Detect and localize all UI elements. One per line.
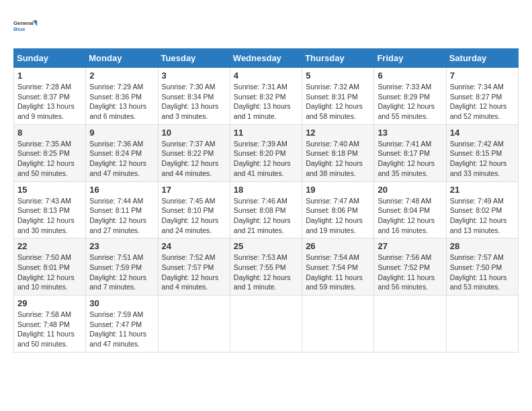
logo: GeneralBlue	[13, 13, 38, 38]
day-info: Sunrise: 7:31 AM Sunset: 8:32 PM Dayligh…	[234, 82, 298, 122]
day-number: 11	[234, 128, 298, 138]
day-info: Sunrise: 7:50 AM Sunset: 8:01 PM Dayligh…	[17, 253, 82, 292]
day-number: 13	[378, 128, 442, 138]
day-info: Sunrise: 7:45 AM Sunset: 8:10 PM Dayligh…	[162, 196, 226, 236]
week-row-0: 1Sunrise: 7:28 AM Sunset: 8:37 PM Daylig…	[14, 68, 519, 125]
day-info: Sunrise: 7:44 AM Sunset: 8:11 PM Dayligh…	[89, 196, 154, 236]
day-number: 21	[450, 185, 515, 195]
day-number: 9	[89, 128, 154, 138]
header-row: SundayMondayTuesdayWednesdayThursdayFrid…	[14, 49, 519, 68]
col-header-thursday: Thursday	[302, 49, 374, 68]
day-number: 27	[378, 241, 442, 251]
col-header-friday: Friday	[374, 49, 446, 68]
calendar-cell: 4Sunrise: 7:31 AM Sunset: 8:32 PM Daylig…	[230, 68, 302, 125]
day-number: 25	[234, 241, 298, 251]
day-number: 23	[89, 241, 154, 251]
day-info: Sunrise: 7:29 AM Sunset: 8:36 PM Dayligh…	[89, 82, 154, 122]
calendar-cell: 8Sunrise: 7:35 AM Sunset: 8:25 PM Daylig…	[14, 124, 86, 181]
day-info: Sunrise: 7:51 AM Sunset: 7:59 PM Dayligh…	[89, 253, 154, 292]
calendar-cell: 17Sunrise: 7:45 AM Sunset: 8:10 PM Dayli…	[158, 181, 230, 238]
day-info: Sunrise: 7:57 AM Sunset: 7:50 PM Dayligh…	[450, 253, 515, 292]
week-row-2: 15Sunrise: 7:43 AM Sunset: 8:13 PM Dayli…	[14, 181, 519, 238]
col-header-tuesday: Tuesday	[158, 49, 230, 68]
day-number: 4	[234, 71, 298, 81]
day-info: Sunrise: 7:59 AM Sunset: 7:47 PM Dayligh…	[89, 310, 154, 349]
calendar-cell: 18Sunrise: 7:46 AM Sunset: 8:08 PM Dayli…	[230, 181, 302, 238]
calendar-cell: 29Sunrise: 7:58 AM Sunset: 7:48 PM Dayli…	[14, 295, 86, 353]
day-info: Sunrise: 7:37 AM Sunset: 8:22 PM Dayligh…	[162, 139, 226, 179]
day-info: Sunrise: 7:32 AM Sunset: 8:31 PM Dayligh…	[306, 82, 370, 122]
calendar-cell: 5Sunrise: 7:32 AM Sunset: 8:31 PM Daylig…	[302, 68, 374, 125]
calendar-cell: 27Sunrise: 7:56 AM Sunset: 7:52 PM Dayli…	[374, 238, 446, 295]
calendar-cell	[158, 295, 230, 353]
day-info: Sunrise: 7:34 AM Sunset: 8:27 PM Dayligh…	[450, 82, 515, 122]
day-info: Sunrise: 7:28 AM Sunset: 8:37 PM Dayligh…	[17, 82, 82, 122]
calendar-cell: 19Sunrise: 7:47 AM Sunset: 8:06 PM Dayli…	[302, 181, 374, 238]
calendar-cell: 13Sunrise: 7:41 AM Sunset: 8:17 PM Dayli…	[374, 124, 446, 181]
day-info: Sunrise: 7:39 AM Sunset: 8:20 PM Dayligh…	[234, 139, 298, 179]
calendar-cell: 1Sunrise: 7:28 AM Sunset: 8:37 PM Daylig…	[14, 68, 86, 125]
calendar-cell: 28Sunrise: 7:57 AM Sunset: 7:50 PM Dayli…	[446, 238, 518, 295]
day-number: 19	[306, 185, 370, 195]
day-number: 8	[17, 128, 82, 138]
day-info: Sunrise: 7:48 AM Sunset: 8:04 PM Dayligh…	[378, 196, 442, 236]
col-header-sunday: Sunday	[14, 49, 86, 68]
day-info: Sunrise: 7:33 AM Sunset: 8:29 PM Dayligh…	[378, 82, 442, 122]
day-info: Sunrise: 7:49 AM Sunset: 8:02 PM Dayligh…	[450, 196, 515, 236]
day-info: Sunrise: 7:58 AM Sunset: 7:48 PM Dayligh…	[17, 310, 82, 349]
day-info: Sunrise: 7:43 AM Sunset: 8:13 PM Dayligh…	[17, 196, 82, 236]
calendar-cell: 24Sunrise: 7:52 AM Sunset: 7:57 PM Dayli…	[158, 238, 230, 295]
calendar-cell: 11Sunrise: 7:39 AM Sunset: 8:20 PM Dayli…	[230, 124, 302, 181]
day-info: Sunrise: 7:56 AM Sunset: 7:52 PM Dayligh…	[378, 253, 442, 292]
calendar-cell: 6Sunrise: 7:33 AM Sunset: 8:29 PM Daylig…	[374, 68, 446, 125]
week-row-1: 8Sunrise: 7:35 AM Sunset: 8:25 PM Daylig…	[14, 124, 519, 181]
day-number: 24	[162, 241, 226, 251]
day-number: 16	[89, 185, 154, 195]
calendar-cell: 20Sunrise: 7:48 AM Sunset: 8:04 PM Dayli…	[374, 181, 446, 238]
calendar-cell: 3Sunrise: 7:30 AM Sunset: 8:34 PM Daylig…	[158, 68, 230, 125]
week-row-4: 29Sunrise: 7:58 AM Sunset: 7:48 PM Dayli…	[14, 295, 519, 353]
calendar-cell: 26Sunrise: 7:54 AM Sunset: 7:54 PM Dayli…	[302, 238, 374, 295]
day-number: 18	[234, 185, 298, 195]
week-row-3: 22Sunrise: 7:50 AM Sunset: 8:01 PM Dayli…	[14, 238, 519, 295]
svg-text:Blue: Blue	[13, 26, 26, 32]
calendar-cell: 15Sunrise: 7:43 AM Sunset: 8:13 PM Dayli…	[14, 181, 86, 238]
svg-text:General: General	[13, 20, 34, 26]
calendar-cell: 23Sunrise: 7:51 AM Sunset: 7:59 PM Dayli…	[86, 238, 158, 295]
calendar-table: SundayMondayTuesdayWednesdayThursdayFrid…	[13, 48, 519, 353]
day-info: Sunrise: 7:46 AM Sunset: 8:08 PM Dayligh…	[234, 196, 298, 236]
day-info: Sunrise: 7:42 AM Sunset: 8:15 PM Dayligh…	[450, 139, 515, 179]
calendar-cell: 25Sunrise: 7:53 AM Sunset: 7:55 PM Dayli…	[230, 238, 302, 295]
day-info: Sunrise: 7:36 AM Sunset: 8:24 PM Dayligh…	[89, 139, 154, 179]
calendar-cell: 9Sunrise: 7:36 AM Sunset: 8:24 PM Daylig…	[86, 124, 158, 181]
day-number: 17	[162, 185, 226, 195]
day-number: 1	[17, 71, 82, 81]
day-info: Sunrise: 7:40 AM Sunset: 8:18 PM Dayligh…	[306, 139, 370, 179]
day-number: 7	[450, 71, 515, 81]
calendar-cell: 30Sunrise: 7:59 AM Sunset: 7:47 PM Dayli…	[86, 295, 158, 353]
day-number: 3	[162, 71, 226, 81]
logo-icon: GeneralBlue	[13, 13, 38, 38]
day-info: Sunrise: 7:30 AM Sunset: 8:34 PM Dayligh…	[162, 82, 226, 122]
calendar-cell: 2Sunrise: 7:29 AM Sunset: 8:36 PM Daylig…	[86, 68, 158, 125]
day-number: 14	[450, 128, 515, 138]
calendar-cell	[446, 295, 518, 353]
calendar-cell: 12Sunrise: 7:40 AM Sunset: 8:18 PM Dayli…	[302, 124, 374, 181]
page-header: GeneralBlue	[13, 13, 519, 38]
day-number: 6	[378, 71, 442, 81]
calendar-cell: 21Sunrise: 7:49 AM Sunset: 8:02 PM Dayli…	[446, 181, 518, 238]
day-info: Sunrise: 7:47 AM Sunset: 8:06 PM Dayligh…	[306, 196, 370, 236]
day-info: Sunrise: 7:53 AM Sunset: 7:55 PM Dayligh…	[234, 253, 298, 292]
day-info: Sunrise: 7:41 AM Sunset: 8:17 PM Dayligh…	[378, 139, 442, 179]
calendar-cell: 14Sunrise: 7:42 AM Sunset: 8:15 PM Dayli…	[446, 124, 518, 181]
day-number: 12	[306, 128, 370, 138]
day-number: 10	[162, 128, 226, 138]
calendar-cell	[374, 295, 446, 353]
day-number: 20	[378, 185, 442, 195]
day-number: 28	[450, 241, 515, 251]
day-number: 30	[89, 298, 154, 308]
day-number: 26	[306, 241, 370, 251]
calendar-cell	[230, 295, 302, 353]
day-info: Sunrise: 7:54 AM Sunset: 7:54 PM Dayligh…	[306, 253, 370, 292]
day-info: Sunrise: 7:52 AM Sunset: 7:57 PM Dayligh…	[162, 253, 226, 292]
